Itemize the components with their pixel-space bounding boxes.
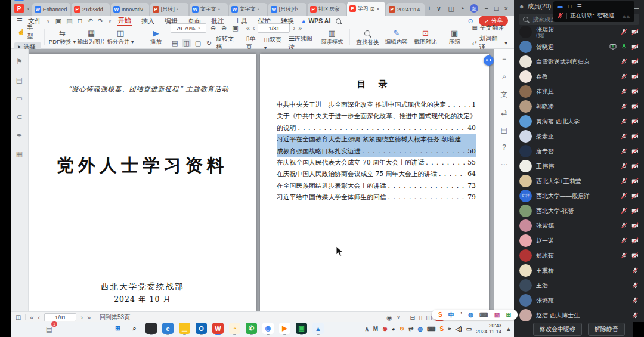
layout-switch-icon[interactable]: ◫ — [448, 5, 454, 13]
ime-toolbox-icon[interactable]: ⊞ — [506, 311, 511, 318]
stamp-icon[interactable]: ▦ — [16, 150, 23, 158]
rename-button[interactable]: 修改会中昵称 — [533, 323, 582, 336]
member-row[interactable]: 王伟伟 — [514, 159, 644, 174]
fit-page-icon[interactable]: ▤ — [171, 39, 179, 47]
tab-close-icon[interactable]: × — [376, 6, 379, 12]
tray-expand-icon[interactable]: ∧ — [365, 326, 369, 332]
tab-cast-icon[interactable]: ⊡ — [370, 6, 375, 12]
export-image-button[interactable]: ▦ 输出为图片 — [77, 27, 106, 47]
document-tab[interactable]: P 学习 • ⊡ × — [347, 2, 385, 16]
maximize-button[interactable]: □ — [494, 5, 499, 12]
notification-bell-icon[interactable]: ▲ — [506, 326, 512, 332]
read-eye-icon[interactable]: ◉ — [386, 314, 392, 321]
volume-icon[interactable]: ◁) — [456, 326, 462, 332]
wifi-icon[interactable]: ≈ — [448, 326, 451, 332]
status-next-page-icon[interactable]: › — [80, 314, 83, 321]
back-to-page-link[interactable]: 回到第53页 — [100, 313, 130, 321]
find-replace-button[interactable]: 查找替换 — [353, 27, 382, 47]
read-mode-button[interactable]: ▥ 阅读模式 — [317, 27, 346, 47]
next-page-icon[interactable]: › — [293, 24, 295, 32]
sync-icon[interactable]: ↻ — [400, 326, 404, 332]
document-tab[interactable]: W 文字文 • ⊡ × — [190, 3, 228, 16]
meeting-control-overlay[interactable]: □ ☰ 正在讲话: 贺晓迎 ▲▲ — [553, 1, 634, 22]
tray-app-m-icon[interactable]: M — [373, 326, 378, 332]
ribbon-search-icon[interactable] — [336, 18, 341, 24]
document-tab[interactable]: P 社区居家 • ⊡ × — [308, 3, 346, 16]
zoom-value[interactable]: 79.79%∨ — [171, 23, 206, 33]
video-app[interactable]: ▶ — [279, 323, 290, 334]
status-page-input[interactable] — [44, 313, 76, 321]
member-row[interactable]: 春盈 — [514, 69, 644, 84]
document-tab[interactable]: P [只读] • ⊡ × — [150, 3, 188, 16]
status-first-page-icon[interactable]: « — [30, 314, 33, 321]
member-row[interactable]: 郑冰茹 — [514, 248, 644, 263]
member-row[interactable]: 白雪歌送武判官归京 — [514, 54, 644, 69]
sogou-ime-bar[interactable]: S中’◍⌨▨⊞ — [432, 310, 518, 320]
mail-app-icon[interactable]: ▤ 1 — [44, 323, 55, 335]
tab-scroll-left-icon[interactable]: ‹ — [27, 5, 30, 12]
document-tab[interactable]: P 21d23dd • ⊡ × — [72, 3, 110, 16]
file-menu-caret-icon[interactable]: ∨ — [47, 18, 50, 24]
qq-icon[interactable]: ◕ — [392, 326, 395, 332]
attachment-icon[interactable]: ⊂ — [16, 113, 22, 121]
member-row[interactable]: 张紫嫣 — [514, 218, 644, 233]
chrome[interactable]: ◉ — [262, 323, 274, 334]
quick-access-caret-icon[interactable]: ∨ — [108, 18, 112, 24]
more-icon[interactable]: ⋯ — [501, 160, 508, 169]
overlay-maximize-icon[interactable]: □ — [568, 4, 571, 10]
status-last-page-icon[interactable]: » — [87, 314, 91, 321]
edit-content-button[interactable]: ✎ 编辑内容 — [382, 27, 411, 47]
double-page-view-icon[interactable]: ◫ — [426, 314, 432, 321]
member-row[interactable]: 西北大学+王莉莹 — [514, 174, 644, 188]
globe-icon[interactable]: ◔ — [460, 5, 465, 12]
outlook[interactable]: O — [196, 323, 207, 334]
bookmark-icon[interactable]: ⚑ — [16, 57, 23, 66]
wps-office[interactable]: W — [212, 323, 224, 334]
new-tab-button[interactable]: + — [428, 4, 432, 13]
tim-app[interactable]: ◔ — [229, 323, 240, 334]
open-icon[interactable]: ▣ — [55, 17, 61, 25]
snapshot-button[interactable]: ⊡ 截图对比 — [411, 27, 440, 47]
member-row[interactable]: 贺晓迎 — [514, 39, 644, 54]
comment-icon[interactable]: ▭ — [16, 94, 23, 103]
member-row[interactable]: 王熏桥 — [514, 263, 644, 278]
member-row[interactable]: 王浩 — [514, 278, 644, 293]
play-button[interactable]: ▶ 播放 — [141, 27, 171, 47]
member-row[interactable]: 郭晓凌 — [514, 99, 644, 114]
split-merge-button[interactable]: ◫ 拆分合并 ▾ — [106, 27, 135, 47]
tray-blocked-icon[interactable]: ⊗ — [382, 326, 387, 332]
app-dark[interactable] — [145, 323, 157, 334]
menu-tab[interactable]: 插入 — [140, 17, 156, 26]
wechat[interactable]: ✆ — [246, 323, 257, 334]
single-page-view-icon[interactable]: ▯ — [419, 314, 422, 321]
sogou-icon[interactable]: S — [440, 326, 444, 332]
ime-punct-icon[interactable]: ’ — [460, 311, 462, 318]
pdf-convert-button[interactable]: ⇆ PDF转换 ▾ — [48, 27, 77, 47]
ime-chinese-icon[interactable]: 中 — [448, 311, 454, 319]
search-icon[interactable]: ⌕ — [502, 72, 506, 81]
start-button[interactable]: ⊞ — [112, 323, 123, 334]
account-avatar[interactable]: 超 — [470, 4, 478, 13]
fit-visible-icon[interactable]: ▢ — [194, 39, 202, 47]
zoom-out-icon[interactable]: ⊖ — [209, 24, 217, 32]
battery-icon[interactable]: ▭ — [466, 326, 472, 332]
document-tab[interactable]: W Enhanced • ⊡ × — [32, 3, 70, 16]
status-prev-page-icon[interactable]: ‹ — [38, 314, 41, 321]
menu-tab[interactable]: 开始 — [117, 16, 132, 26]
unmute-button[interactable]: 解除静音 — [588, 323, 625, 336]
overlay-menu-icon[interactable]: ☰ — [577, 4, 581, 10]
rotate-icon[interactable]: ↻ — [205, 39, 213, 47]
document-tab[interactable]: W 文字文 • ⊡ × — [229, 3, 267, 16]
taskbar-search[interactable]: ⌕ — [129, 323, 140, 334]
wps-writer-logo[interactable]: W — [14, 0, 24, 1]
settings-sliders-icon[interactable]: ⇄ — [501, 109, 507, 117]
thumbnail-icon[interactable]: ▤ — [16, 76, 23, 84]
member-row[interactable]: 张璐苑 — [514, 293, 644, 308]
member-row[interactable]: 赵洁-西大博士生 — [514, 308, 644, 321]
sliders-icon[interactable]: ⇄ — [408, 326, 413, 332]
zoom-caret-icon[interactable]: ∨ — [197, 26, 200, 30]
save-icon[interactable]: ▤ — [66, 17, 72, 25]
document-tab[interactable]: P 20241114 • ⊡ × — [386, 3, 425, 16]
ime-keyboard-icon[interactable]: ⌨ — [479, 311, 488, 318]
ime-mic-icon[interactable]: ◍ — [468, 311, 473, 318]
